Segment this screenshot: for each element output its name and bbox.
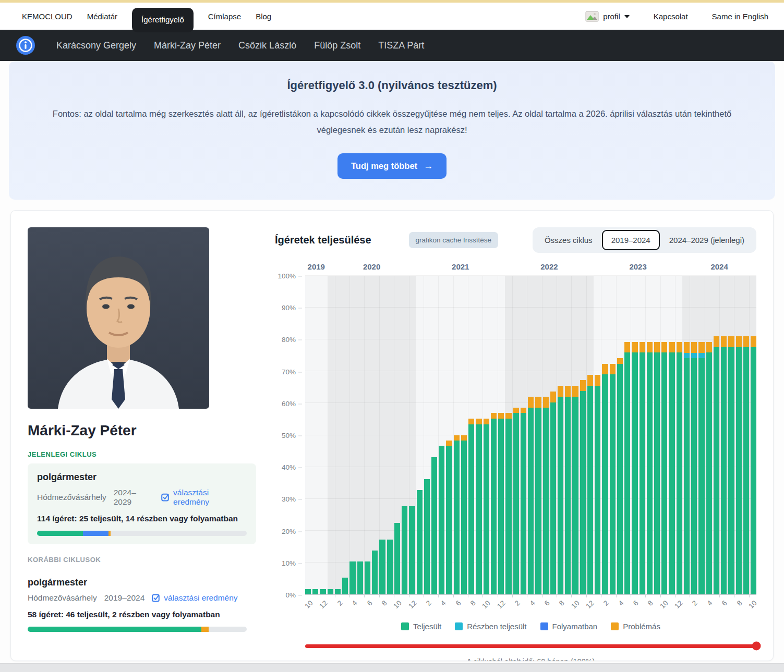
refresh-chart-cache-button[interactable]: grafikon cache frissítése	[409, 232, 499, 248]
chart-bar	[320, 276, 325, 594]
x-tick-label: 8	[646, 599, 655, 607]
legend-swatch	[540, 622, 548, 630]
chevron-down-icon	[624, 15, 630, 18]
chart-bar	[691, 276, 697, 594]
x-tick-label: 2	[425, 599, 433, 607]
year-label-2019: 2019	[308, 262, 325, 271]
x-tick-label: 10	[658, 599, 669, 610]
bar-segment	[661, 352, 667, 594]
slider-handle[interactable]	[752, 642, 761, 651]
bar-segment	[669, 352, 674, 594]
nav-item-language[interactable]: Same in English	[712, 12, 768, 21]
politician-summary-column: Márki-Zay Péter JELENLEGI CIKLUS polgárm…	[28, 227, 256, 644]
bar-segment	[691, 353, 697, 358]
bar-segment	[468, 424, 474, 594]
learn-more-label: Tudj meg többet	[351, 161, 417, 171]
bar-segment	[595, 375, 600, 386]
info-icon[interactable]	[16, 35, 35, 55]
chart-bar	[484, 276, 489, 594]
x-tick-label: 6	[365, 599, 373, 607]
bar-segment	[387, 540, 393, 594]
chart-bar	[402, 276, 407, 594]
hero-description: Fontos: az oldal tartalma még szerkeszté…	[40, 106, 744, 138]
checkbox-check-icon	[161, 493, 170, 502]
chart-bar	[743, 276, 749, 594]
current-election-result-link[interactable]: választási eredmény	[161, 488, 247, 507]
chart-bar	[721, 276, 727, 594]
bar-segment	[476, 424, 481, 594]
current-progress-blue	[83, 531, 108, 536]
subnav-item-fulop-zsolt[interactable]: Fülöp Zsolt	[314, 40, 360, 51]
bar-segment	[565, 397, 571, 594]
chart-bar	[335, 276, 341, 594]
brand-kemocloud[interactable]: KEMOCLOUD	[22, 12, 73, 21]
legend-item[interactable]: Problémás	[611, 622, 660, 631]
tab-2019-2024[interactable]: 2019–2024	[602, 230, 660, 250]
x-tick-label: 8	[380, 599, 389, 607]
tab-2024-2029[interactable]: 2024–2029 (jelenlegi)	[660, 230, 754, 250]
legend-item[interactable]: Részben teljesült	[455, 622, 526, 631]
bar-segment	[446, 446, 452, 594]
bar-segment	[640, 352, 645, 594]
slider-track[interactable]	[305, 644, 756, 648]
chart-bar	[342, 276, 348, 594]
current-period: 2024–2029	[114, 488, 154, 507]
chart-bar	[357, 276, 363, 594]
bar-segment	[602, 374, 608, 594]
chart-bar	[476, 276, 481, 594]
x-tick-label: 10	[303, 599, 314, 610]
legend-label: Folyamatban	[552, 622, 598, 631]
chart-x-axis: 1012246810122468101224681012246810122468…	[305, 595, 756, 619]
nav-item-kapcsolat[interactable]: Kapcsolat	[654, 12, 688, 21]
subnav-item-csozik-laszlo[interactable]: Csőzik László	[238, 40, 296, 51]
y-tick-80: 80%	[282, 336, 302, 344]
learn-more-button[interactable]: Tudj meg többet →	[337, 153, 447, 179]
x-tick-label: 12	[673, 599, 684, 610]
bar-segment	[654, 342, 660, 353]
subnav-item-karacsony-gergely[interactable]: Karácsony Gergely	[56, 40, 136, 51]
legend-swatch	[611, 622, 619, 630]
promises-chart-section: Ígéretek teljesülése grafikon cache fris…	[275, 227, 756, 644]
bar-segment	[677, 342, 682, 353]
x-tick-label: 4	[528, 599, 536, 607]
legend-label: Teljesült	[413, 622, 441, 631]
x-tick-label: 2	[335, 599, 344, 607]
x-tick-label: 6	[720, 599, 729, 607]
bar-segment	[624, 352, 630, 594]
legend-label: Részben teljesült	[467, 622, 526, 631]
legend-item[interactable]: Folyamatban	[540, 622, 598, 631]
bar-segment	[312, 589, 318, 594]
hero-banner: Ígéretfigyelő 3.0 (nyilvános tesztüzem) …	[9, 61, 775, 200]
x-tick-label: 12	[496, 599, 506, 610]
current-cycle-label: JELENLEGI CIKLUS	[28, 450, 256, 458]
previous-election-result-link[interactable]: választási eredmény	[152, 593, 237, 603]
politicians-navbar: Karácsony Gergely Márki-Zay Péter Csőzik…	[0, 30, 784, 61]
chart-bar	[505, 276, 511, 594]
profile-dropdown[interactable]: profil	[585, 11, 630, 22]
elapsed-time-slider[interactable]	[305, 641, 756, 651]
bar-segment	[572, 397, 578, 594]
previous-progress-green	[28, 627, 201, 632]
nav-item-cimlapse[interactable]: Címlapse	[208, 12, 241, 21]
bar-segment	[706, 342, 712, 353]
nav-item-igeretfigyelo-active[interactable]: Ígéretfigyelő	[132, 8, 194, 32]
nav-item-blog[interactable]: Blog	[256, 12, 271, 21]
bar-segment	[610, 374, 616, 594]
subnav-item-tisza-part[interactable]: TISZA Párt	[378, 40, 424, 51]
bar-segment	[714, 336, 719, 347]
tab-all-cycles[interactable]: Összes ciklus	[535, 230, 602, 250]
bar-segment	[669, 342, 674, 353]
legend-item[interactable]: Teljesült	[401, 622, 441, 631]
y-tick-70: 70%	[282, 368, 302, 375]
bar-segment	[714, 347, 719, 594]
subnav-item-marki-zay-peter[interactable]: Márki-Zay Péter	[154, 40, 221, 51]
chart-bar	[698, 276, 704, 594]
x-tick-label: 10	[392, 599, 403, 610]
x-tick-label: 4	[617, 599, 625, 607]
profile-avatar-icon	[585, 11, 599, 22]
bar-segment	[595, 386, 600, 594]
bar-segment	[580, 391, 586, 594]
previous-progress-orange	[201, 627, 209, 632]
chart-bar	[706, 276, 712, 594]
nav-item-mediatar[interactable]: Médiatár	[87, 12, 117, 21]
